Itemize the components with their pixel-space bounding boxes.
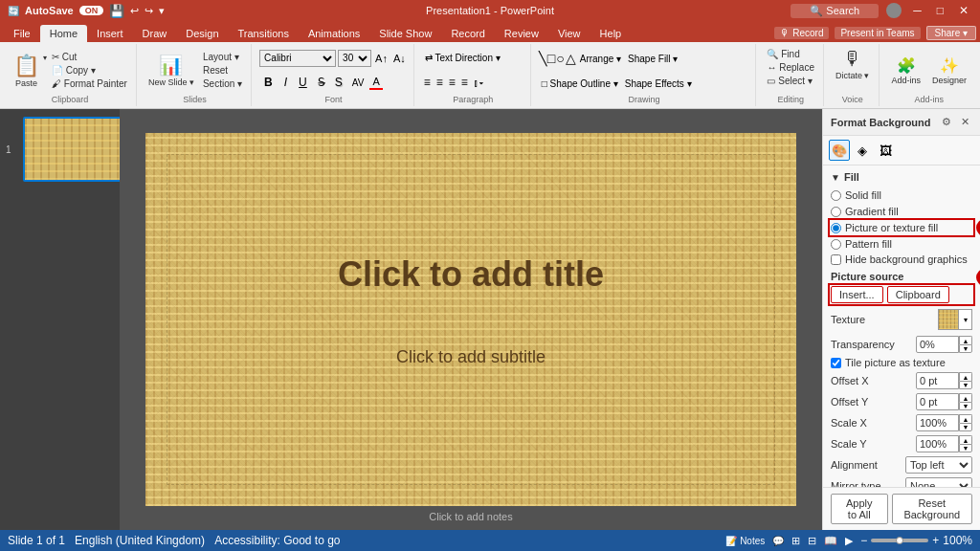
texture-preview[interactable] (938, 309, 959, 330)
apply-to-all-btn[interactable]: Apply to All (831, 494, 888, 524)
pattern-fill-radio[interactable] (831, 239, 841, 250)
tab-picture-icon[interactable]: 🖼 (875, 140, 896, 161)
gradient-fill-option[interactable]: Gradient fill (831, 205, 972, 218)
font-size-select[interactable]: 30 (338, 50, 371, 67)
tab-animations[interactable]: Animations (299, 25, 369, 42)
close-btn[interactable]: ✕ (955, 4, 972, 17)
slide-title[interactable]: Click to add title (338, 254, 604, 295)
hide-bg-option[interactable]: Hide background graphics (831, 253, 972, 265)
layout-btn[interactable]: Layout ▾ (200, 51, 245, 63)
clipboard-btn[interactable]: Clipboard (887, 286, 949, 303)
save-btn[interactable]: 💾 (109, 4, 124, 18)
tab-slideshow[interactable]: Slide Show (369, 25, 441, 42)
increase-font-btn[interactable]: A↑ (373, 52, 390, 65)
slide-subtitle[interactable]: Click to add subtitle (396, 347, 546, 367)
mirror-type-select[interactable]: None Horizontal Vertical Both (905, 477, 972, 487)
section-btn[interactable]: Section ▾ (200, 77, 245, 90)
zoom-level[interactable]: 100% (943, 534, 972, 547)
slideshow-btn[interactable]: ▶ (845, 535, 853, 547)
align-center-btn[interactable]: ≡ (434, 75, 445, 90)
slide-thumbnail[interactable] (23, 117, 120, 182)
tile-picture-option[interactable]: Tile picture as texture (831, 357, 972, 368)
tab-transitions[interactable]: Transitions (229, 25, 299, 42)
justify-btn[interactable]: ≡ (459, 75, 470, 90)
tab-effects-icon[interactable]: ◈ (852, 140, 873, 161)
shape-1[interactable]: ╲ (539, 51, 546, 66)
format-painter-btn[interactable]: 🖌 Format Painter (49, 77, 130, 90)
shape-outline-btn[interactable]: □ Shape Outline ▾ (539, 77, 621, 90)
slide-footer[interactable]: Click to add notes (429, 511, 512, 522)
autosave-toggle[interactable]: ON (79, 6, 104, 15)
font-family-select[interactable]: Calibri (259, 50, 336, 67)
pattern-fill-option[interactable]: Pattern fill (831, 237, 972, 251)
italic-btn[interactable]: I (279, 74, 292, 91)
shape-fill-btn[interactable]: Shape Fill ▾ (625, 53, 680, 65)
tab-fill-icon[interactable]: 🎨 (829, 140, 850, 161)
decrease-font-btn[interactable]: A↓ (391, 52, 408, 65)
solid-fill-radio[interactable] (831, 190, 841, 201)
picture-texture-fill-option[interactable]: Picture or texture fill 1 (831, 221, 972, 234)
bold-btn[interactable]: B (259, 74, 278, 91)
dictate-btn[interactable]: 🎙 Dictate ▾ (832, 46, 874, 82)
offset-x-up-btn[interactable]: ▲ (959, 372, 972, 381)
insert-picture-btn[interactable]: Insert... (831, 286, 883, 303)
alignment-select[interactable]: Top left Top center Top right Center lef… (905, 456, 972, 474)
shape-4[interactable]: △ (566, 51, 576, 66)
tab-draw[interactable]: Draw (133, 25, 177, 42)
texture-dropdown-btn[interactable]: ▾ (959, 309, 972, 330)
hide-bg-checkbox[interactable] (831, 254, 841, 265)
cut-btn[interactable]: ✂ Cut (49, 51, 130, 63)
align-right-btn[interactable]: ≡ (447, 75, 457, 90)
text-direction-btn[interactable]: ⇄ Text Direction ▾ (422, 52, 503, 64)
tab-view[interactable]: View (548, 25, 590, 42)
transparency-input[interactable] (916, 336, 959, 353)
zoom-in-btn[interactable]: + (932, 534, 939, 547)
panel-close-icon[interactable]: ✕ (958, 115, 972, 129)
shape-3[interactable]: ○ (556, 51, 564, 66)
notes-btn[interactable]: 📝 Notes (725, 536, 765, 546)
transparency-down-btn[interactable]: ▼ (959, 344, 972, 353)
reset-btn[interactable]: Reset (200, 64, 245, 77)
zoom-out-btn[interactable]: − (860, 534, 867, 547)
minimize-btn[interactable]: ─ (909, 4, 925, 17)
select-btn[interactable]: ▭ Select ▾ (764, 75, 816, 87)
arrange-btn[interactable]: Arrange ▾ (577, 53, 624, 65)
offset-y-down-btn[interactable]: ▼ (959, 402, 972, 410)
user-avatar[interactable] (886, 3, 902, 18)
tab-insert[interactable]: Insert (87, 25, 133, 42)
new-slide-btn[interactable]: 📊 New Slide ▾ (145, 52, 198, 89)
char-spacing-btn[interactable]: AV (348, 77, 368, 89)
offset-x-input[interactable] (916, 372, 959, 389)
font-color-btn[interactable]: A (369, 75, 382, 90)
strikethrough-btn[interactable]: S̶ (314, 75, 329, 90)
share-btn[interactable]: Share ▾ (926, 26, 976, 40)
scale-x-down-btn[interactable]: ▼ (959, 423, 972, 431)
comments-btn[interactable]: 💬 (772, 536, 784, 546)
tab-file[interactable]: File (4, 25, 40, 42)
scale-y-down-btn[interactable]: ▼ (959, 444, 972, 452)
offset-y-up-btn[interactable]: ▲ (959, 393, 972, 402)
replace-btn[interactable]: ↔ Replace (764, 61, 816, 74)
columns-btn[interactable]: ⫿▾ (472, 77, 485, 89)
scale-y-up-btn[interactable]: ▲ (959, 435, 972, 444)
reading-view-btn[interactable]: 📖 (824, 535, 837, 547)
solid-fill-option[interactable]: Solid fill (831, 188, 972, 202)
present-in-teams-btn[interactable]: Present in Teams (835, 27, 920, 39)
tab-help[interactable]: Help (590, 25, 632, 42)
fill-section-header[interactable]: ▼ Fill (831, 171, 972, 183)
undo-btn[interactable]: ↩ (130, 5, 139, 17)
find-btn[interactable]: 🔍 Find (764, 48, 816, 60)
scale-x-input[interactable] (916, 414, 959, 431)
underline-btn[interactable]: U (294, 74, 312, 91)
shadow-btn[interactable]: S (331, 75, 346, 90)
tab-home[interactable]: Home (40, 25, 87, 42)
tab-review[interactable]: Review (495, 25, 548, 42)
addins-btn[interactable]: 🧩 Add-ins (887, 55, 924, 87)
transparency-up-btn[interactable]: ▲ (959, 336, 972, 344)
reset-background-btn[interactable]: Reset Background (892, 494, 972, 524)
panel-settings-icon[interactable]: ⚙ (939, 115, 954, 129)
redo-btn[interactable]: ↪ (145, 5, 153, 17)
copy-btn[interactable]: 📄 Copy ▾ (49, 64, 130, 77)
tab-design[interactable]: Design (176, 25, 228, 42)
picture-fill-radio[interactable] (831, 223, 841, 233)
